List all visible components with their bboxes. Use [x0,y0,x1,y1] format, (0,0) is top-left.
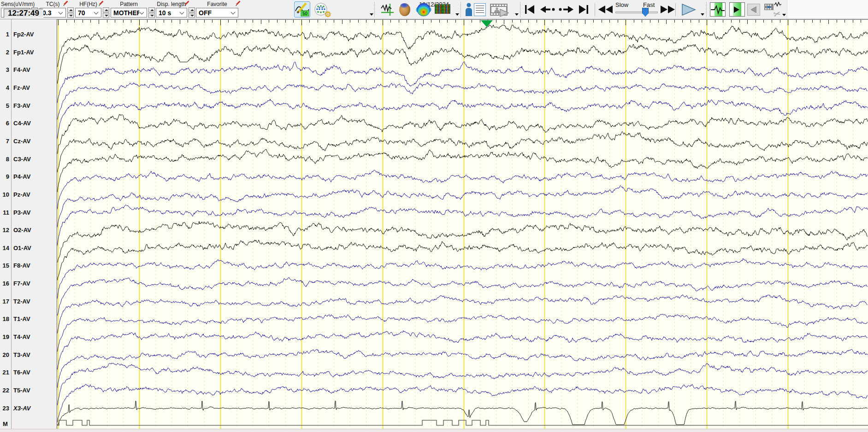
gray-arrow-left-icon [751,6,756,13]
channel-name: F8-AV [13,262,30,270]
spectrogram-button[interactable] [435,4,450,14]
channel-row-c4-av[interactable]: 6C4-AV [0,119,57,128]
eeg-viewer-window: Sens(uV/mm)7TC(s)0.3HF(Hz)70PatternMOTHE… [0,0,868,432]
channel-row-p4-av[interactable]: 9P4-AV [0,173,57,181]
spin-up-button[interactable] [67,7,74,12]
spin-up-button[interactable] [189,7,195,12]
channel-row-pz-av[interactable]: 10Pz-AV [0,191,57,199]
channel-row-f8-av[interactable]: 15F8-AV [0,262,57,270]
channel-row-p3-av[interactable]: 11P3-AV [0,209,57,217]
param-combobox[interactable]: 10 s [156,8,187,18]
speed-slider-group: Slow Fast [614,0,661,18]
channel-name: T4-AV [13,333,30,341]
channel-number: 3 [0,66,9,74]
param-combobox[interactable]: 70 [75,8,101,18]
waveform-icon [711,4,725,15]
channel-number: 14 [0,244,9,252]
rewind-icon [598,6,613,13]
spin-down-button[interactable] [103,13,109,18]
channel-row-x3-av[interactable]: 23X3-AV [0,404,57,413]
analysis-more-arrow[interactable] [455,13,459,16]
param-combobox[interactable]: MOTHER [111,8,147,18]
channel-row-f4-av[interactable]: 3F4-AV [0,66,57,74]
wave-cross-icon [380,3,394,17]
channel-number: 18 [0,315,9,323]
person-icon [465,3,472,17]
channel-number: 16 [0,280,9,288]
channel-row-fz-av[interactable]: 4Fz-AV [0,84,57,92]
spin-down-button[interactable] [189,13,195,18]
channel-name: F7-AV [13,280,30,288]
chevron-down-icon [59,10,63,14]
channel-name: X3-AV [13,404,30,413]
channel-number: 20 [0,351,9,359]
patient-info-button[interactable] [465,2,486,17]
channel-name: Fp1-AV [13,48,34,57]
step-back-button[interactable] [540,6,555,13]
time-display: 12:27:49 [4,9,43,18]
channel-row-fp2-av[interactable]: 1Fp2-AV [0,30,57,39]
fast-label: Fast [643,1,655,8]
channel-name: C4-AV [13,119,31,128]
channel-row-o1-av[interactable]: 14O1-AV [0,244,57,252]
skip-to-end-button[interactable] [579,5,589,14]
param-combobox[interactable]: OFF [196,8,238,18]
step-forward-button[interactable] [559,6,573,13]
spin-down-button[interactable] [148,13,155,18]
main-toolbar: Sens(uV/mm)7TC(s)0.3HF(Hz)70PatternMOTHE… [0,0,868,19]
play-more-arrow[interactable] [701,13,704,16]
channel-number: 9 [0,173,9,181]
triangle-up-icon [190,9,194,11]
param-combobox[interactable]: 0.3 [40,8,66,18]
video-more-arrow[interactable] [515,13,519,16]
channel-row-o2-av[interactable]: 12O2-AV [0,226,57,234]
chevron-down-icon [94,10,99,14]
channel-label-gutter: 1Fp2-AV2Fp1-AV3F4-AV4Fz-AV5F3-AV6C4-AV7C… [0,19,57,432]
clip-more-arrow[interactable] [782,14,786,16]
channel-row-t4-av[interactable]: 19T4-AV [0,333,57,341]
channel-number: 10 [0,191,9,199]
channel-name: Fp2-AV [13,30,34,39]
event-marker-button[interactable] [380,2,395,17]
speed-slider-track[interactable] [615,12,658,13]
spin-down-button[interactable] [67,13,74,18]
auto-scroll-button[interactable] [729,2,745,17]
channel-row-t5-av[interactable]: 22T5-AV [0,386,57,395]
channel-name: T1-AV [13,315,30,323]
value-spinner [67,7,74,18]
channel-number: 7 [0,137,9,146]
channel-number: 8 [0,155,9,163]
rewind-button[interactable] [598,6,613,13]
channel-row-t6-av[interactable]: 21T6-AV [0,368,57,377]
datetime-more-arrow[interactable] [370,13,373,16]
channel-row-fp1-av[interactable]: 2Fp1-AV [0,48,57,57]
video-clip-cut-button[interactable]: ✂ [763,1,782,18]
eeg-trace-canvas[interactable] [57,19,868,429]
channel-number: 22 [0,386,9,395]
spin-up-button[interactable] [103,7,109,12]
dot-arrow-right-icon [559,6,573,13]
step-back-disabled-button[interactable] [747,4,760,16]
channel-row-t2-av[interactable]: 17T2-AV [0,298,57,306]
channel-number: 15 [0,262,9,270]
channel-name: F3-AV [13,102,30,110]
head-3d-button[interactable] [397,2,413,18]
channel-row-t1-av[interactable]: 18T1-AV [0,315,57,323]
skip-to-start-button[interactable] [525,5,535,14]
arrow-left-dot-icon [540,6,555,13]
channel-row-cz-av[interactable]: 7Cz-AV [0,137,57,146]
topo-map-button[interactable] [415,2,432,18]
video-review-button[interactable] [489,2,511,18]
head-3d-icon [398,2,413,17]
channel-row-c3-av[interactable]: 8C3-AV [0,155,57,163]
play-button[interactable] [681,4,696,16]
channel-row-f3-av[interactable]: 5F3-AV [0,102,57,110]
channel-name: Cz-AV [13,137,30,146]
channel-row-t3-av[interactable]: 20T3-AV [0,351,57,359]
param-value: 10 s [156,9,179,17]
spin-up-button[interactable] [148,7,155,12]
speed-slider-thumb[interactable] [642,8,649,17]
fast-forward-button[interactable] [660,6,675,13]
channel-row-f7-av[interactable]: 16F7-AV [0,280,57,288]
trace-view-button[interactable] [710,2,726,17]
